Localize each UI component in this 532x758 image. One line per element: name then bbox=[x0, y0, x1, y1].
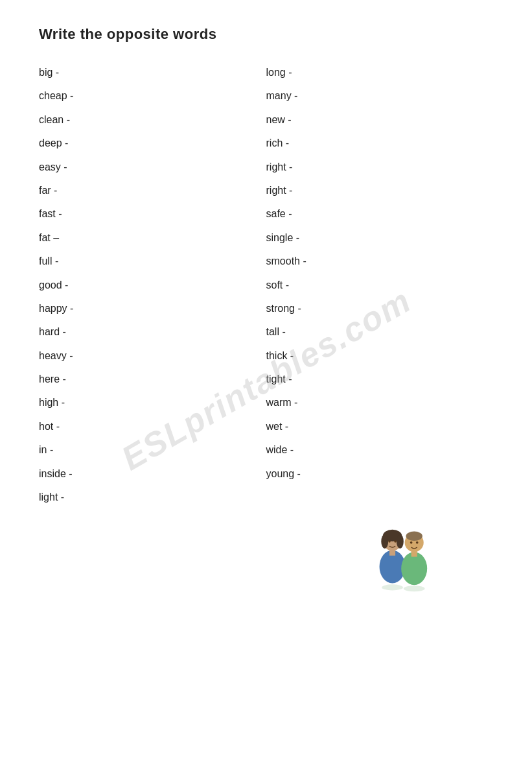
left-word-item: deep - bbox=[39, 132, 266, 155]
right-word-item: long - bbox=[266, 61, 494, 84]
svg-rect-14 bbox=[411, 551, 417, 557]
left-word-item: here - bbox=[39, 368, 266, 391]
left-word-item: in - bbox=[39, 438, 266, 462]
right-word-item: single - bbox=[266, 226, 494, 250]
avatar-image bbox=[364, 528, 441, 593]
right-word-item: thick - bbox=[266, 344, 494, 368]
svg-point-2 bbox=[381, 535, 388, 549]
svg-point-4 bbox=[388, 541, 391, 543]
svg-point-10 bbox=[406, 532, 422, 541]
right-word-item: tight - bbox=[266, 368, 494, 391]
left-word-item: far - bbox=[39, 179, 266, 202]
right-word-item: wet - bbox=[266, 415, 494, 438]
svg-point-13 bbox=[401, 552, 427, 586]
svg-point-8 bbox=[382, 585, 403, 591]
left-word-item: inside - bbox=[39, 462, 266, 486]
words-container: big -cheap -clean -deep -easy -far -fast… bbox=[39, 61, 493, 509]
right-word-item: new - bbox=[266, 108, 494, 132]
page-title: Write the opposite words bbox=[39, 26, 493, 43]
left-word-item: easy - bbox=[39, 156, 266, 179]
right-word-item: young - bbox=[266, 462, 494, 486]
left-word-item: heavy - bbox=[39, 344, 266, 368]
right-word-item: wide - bbox=[266, 438, 494, 462]
right-word-item: right - bbox=[266, 179, 494, 202]
right-word-item: soft - bbox=[266, 274, 494, 297]
right-word-item: rich - bbox=[266, 132, 494, 155]
left-word-item: light - bbox=[39, 486, 266, 509]
right-word-item: many - bbox=[266, 84, 494, 108]
left-word-item: full - bbox=[39, 250, 266, 273]
left-word-item: cheap - bbox=[39, 84, 266, 108]
right-word-item: warm - bbox=[266, 391, 494, 414]
svg-point-3 bbox=[397, 535, 404, 549]
left-word-item: fast - bbox=[39, 202, 266, 226]
avatar-container bbox=[39, 528, 493, 593]
left-word-item: high - bbox=[39, 391, 266, 414]
right-column: long -many -new -rich -right -right -saf… bbox=[266, 61, 494, 509]
svg-point-12 bbox=[416, 541, 419, 544]
left-word-item: hard - bbox=[39, 320, 266, 344]
right-word-item: smooth - bbox=[266, 250, 494, 273]
right-word-item: tall - bbox=[266, 320, 494, 344]
right-word-item: safe - bbox=[266, 202, 494, 226]
svg-point-15 bbox=[404, 586, 425, 592]
left-word-item: big - bbox=[39, 61, 266, 84]
right-word-item: strong - bbox=[266, 297, 494, 320]
svg-point-11 bbox=[410, 541, 413, 544]
left-word-item: hot - bbox=[39, 415, 266, 438]
left-word-item: good - bbox=[39, 274, 266, 297]
left-word-item: happy - bbox=[39, 297, 266, 320]
left-word-item: fat – bbox=[39, 226, 266, 250]
svg-point-5 bbox=[394, 541, 397, 543]
right-word-item: right - bbox=[266, 156, 494, 179]
left-column: big -cheap -clean -deep -easy -far -fast… bbox=[39, 61, 266, 509]
left-word-item: clean - bbox=[39, 108, 266, 132]
svg-rect-7 bbox=[389, 550, 395, 556]
